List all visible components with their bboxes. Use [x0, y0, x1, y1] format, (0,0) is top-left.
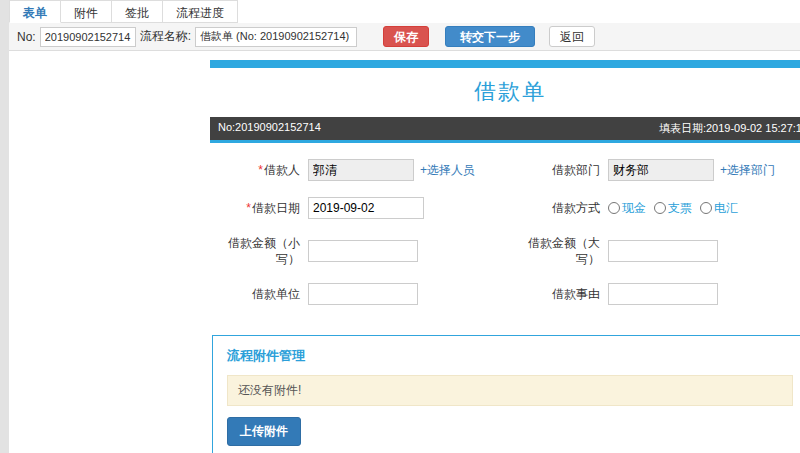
loan-date-label: *借款日期 — [220, 200, 300, 216]
save-button[interactable]: 保存 — [383, 26, 429, 47]
wire-radio-option[interactable]: 电汇 — [700, 200, 738, 217]
tab-approval[interactable]: 签批 — [112, 0, 163, 23]
select-person-link[interactable]: +选择人员 — [420, 162, 475, 179]
loan-method-label: 借款方式 — [520, 200, 600, 216]
process-name-input[interactable] — [195, 27, 357, 47]
loan-method-field: 借款方式 现金 支票 电汇 — [510, 197, 800, 219]
no-input[interactable] — [40, 27, 136, 47]
amount-upper-input[interactable] — [608, 240, 718, 262]
no-attachments-notice: 还没有附件! — [227, 375, 793, 406]
page-title: 借款单 — [474, 79, 546, 104]
form-fill-date: 填表日期:2019-09-02 15:27:1 — [659, 121, 800, 136]
attachments-title: 流程附件管理 — [227, 347, 793, 365]
tab-attachments[interactable]: 附件 — [61, 0, 112, 23]
amount-lower-input[interactable] — [308, 240, 418, 262]
tab-form[interactable]: 表单 — [9, 0, 61, 23]
wire-radio[interactable] — [700, 202, 712, 214]
borrower-field: *借款人 +选择人员 — [210, 159, 510, 181]
next-step-button[interactable]: 转交下一步 — [445, 26, 535, 47]
form-fields: *借款人 +选择人员 借款部门 +选择部门 *借款日期 借款方式 现金 支票 电… — [210, 143, 800, 325]
check-radio-label: 支票 — [668, 200, 692, 217]
amount-lower-field: 借款金额（小写） — [210, 235, 510, 267]
check-radio[interactable] — [654, 202, 666, 214]
upload-attachment-button[interactable]: 上传附件 — [227, 417, 301, 446]
process-name-label: 流程名称: — [140, 28, 191, 45]
loan-date-input[interactable] — [308, 197, 424, 219]
amount-upper-field: 借款金额（大写） — [510, 235, 800, 267]
loan-reason-field: 借款事由 — [510, 283, 800, 305]
required-mark: * — [246, 201, 251, 215]
wire-radio-label: 电汇 — [714, 200, 738, 217]
loan-unit-field: 借款单位 — [210, 283, 510, 305]
title-area: 借款单 — [210, 68, 800, 117]
department-field: 借款部门 +选择部门 — [510, 159, 800, 181]
select-department-link[interactable]: +选择部门 — [720, 162, 775, 179]
loan-reason-label: 借款事由 — [520, 286, 600, 302]
cash-radio[interactable] — [608, 202, 620, 214]
borrower-label: *借款人 — [220, 162, 300, 178]
loan-unit-input[interactable] — [308, 283, 418, 305]
amount-lower-label: 借款金额（小写） — [220, 235, 300, 267]
cash-radio-label: 现金 — [622, 200, 646, 217]
borrower-input[interactable] — [308, 159, 414, 181]
toolbar: No: 流程名称: 保存 转交下一步 返回 — [9, 23, 800, 51]
panel-top-bar — [210, 60, 800, 68]
loan-form-panel: 借款单 No:20190902152714 填表日期:2019-09-02 15… — [210, 60, 800, 453]
tab-bar: 表单 附件 签批 流程进度 — [9, 0, 800, 24]
loan-unit-label: 借款单位 — [220, 286, 300, 302]
form-number: No:20190902152714 — [218, 121, 321, 136]
amount-upper-label: 借款金额（大写） — [520, 235, 600, 267]
loan-reason-input[interactable] — [608, 283, 718, 305]
tab-progress[interactable]: 流程进度 — [163, 0, 238, 23]
meta-strip: No:20190902152714 填表日期:2019-09-02 15:27:… — [210, 117, 800, 140]
cash-radio-option[interactable]: 现金 — [608, 200, 646, 217]
back-button[interactable]: 返回 — [549, 26, 595, 47]
check-radio-option[interactable]: 支票 — [654, 200, 692, 217]
department-input[interactable] — [608, 159, 714, 181]
attachments-section: 流程附件管理 还没有附件! 上传附件 — [212, 335, 800, 453]
loan-date-field: *借款日期 — [210, 197, 510, 219]
no-label: No: — [17, 30, 36, 44]
left-gutter — [0, 0, 9, 453]
loan-method-options: 现金 支票 电汇 — [608, 200, 738, 217]
required-mark: * — [258, 163, 263, 177]
department-label: 借款部门 — [520, 162, 600, 178]
